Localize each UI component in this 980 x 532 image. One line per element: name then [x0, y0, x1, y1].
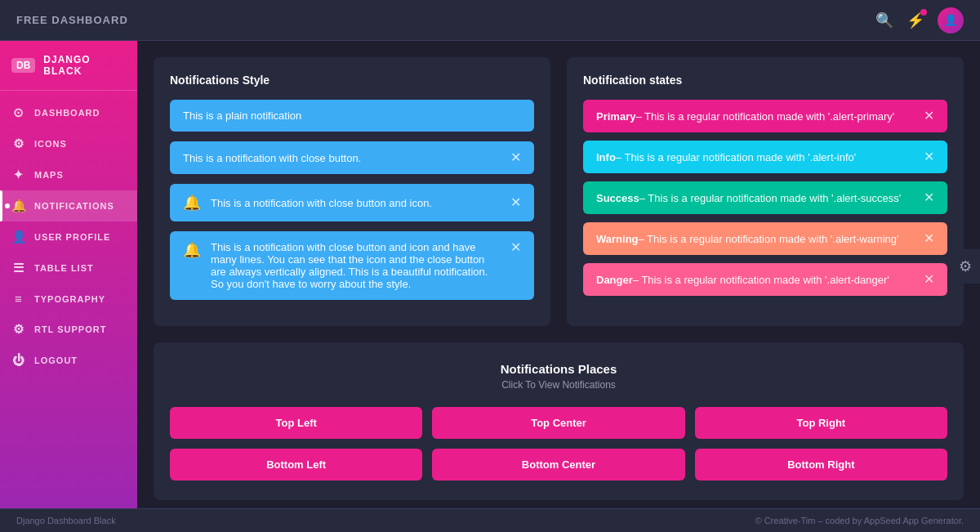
typography-icon: ≡	[11, 292, 26, 306]
notif-multiline-text: This is a notification with close button…	[211, 241, 501, 290]
notification-dot	[920, 9, 927, 16]
notif-success-text: – This is a regular notification made wi…	[639, 192, 901, 204]
notif-warning-text: – This is a regular notification made wi…	[639, 233, 899, 245]
sidebar-item-table-list[interactable]: ☰ TABLE LIST	[0, 253, 137, 284]
footer-right: © Creative-Tim – coded by AppSeed App Ge…	[755, 516, 964, 525]
close-button[interactable]: ✕	[510, 196, 521, 209]
close-danger-button[interactable]: ✕	[924, 273, 934, 286]
sidebar-item-label: TABLE LIST	[34, 263, 94, 273]
top-left-button[interactable]: Top Left	[170, 407, 422, 439]
dashboard-icon: ⊙	[11, 105, 26, 120]
places-subtitle: Click To View Notifications	[170, 379, 947, 391]
notif-info-content: Info– This is a regular notification mad…	[596, 151, 856, 163]
avatar[interactable]: 👤	[938, 7, 964, 34]
footer: Django Dashboard Black © Creative-Tim – …	[0, 508, 980, 532]
notifications-places-card: Notifications Places Click To View Notif…	[154, 342, 964, 500]
topnav-actions: 🔍 ⚡ 👤	[875, 7, 964, 34]
maps-icon: ✦	[11, 168, 26, 182]
notif-warning-label: Warning	[596, 233, 639, 245]
notif-info-label: Info	[596, 151, 616, 163]
notif-danger-text: – This is a regular notification made wi…	[633, 274, 889, 286]
notif-success-label: Success	[596, 192, 639, 204]
icons-icon: ⚙	[11, 136, 26, 151]
sidebar-nav: ⊙ DASHBOARD ⚙ ICONS ✦ MAPS 🔔 NOTIFICATIO…	[0, 91, 137, 508]
notif-danger-content: Danger– This is a regular notification m…	[596, 274, 889, 286]
notifications-style-title: Notifications Style	[170, 74, 534, 87]
rtl-icon: ⚙	[11, 322, 26, 337]
sidebar-item-maps[interactable]: ✦ MAPS	[0, 159, 137, 190]
sidebar-item-rtl-support[interactable]: ⚙ RTL SUPPORT	[0, 314, 137, 345]
close-button[interactable]: ✕	[510, 241, 521, 254]
pulse-icon[interactable]: ⚡	[906, 11, 924, 29]
bell-icon: 🔔	[183, 241, 201, 259]
footer-left: Django Dashboard Black	[16, 516, 116, 525]
notif-with-close-text: This is a notification with close button…	[183, 152, 361, 164]
brand-name: DJANGO BLACK	[43, 54, 126, 77]
table-icon: ☰	[11, 261, 26, 275]
notifications-icon: 🔔	[11, 199, 26, 213]
active-indicator	[5, 203, 10, 208]
sidebar-item-dashboard[interactable]: ⊙ DASHBOARD	[0, 97, 137, 128]
close-button[interactable]: ✕	[510, 151, 521, 164]
notif-primary: Primary– This is a regular notification …	[583, 100, 947, 132]
sidebar-item-typography[interactable]: ≡ TYPOGRAPHY	[0, 284, 137, 314]
settings-fab[interactable]: ⚙	[951, 249, 980, 284]
sidebar-item-user-profile[interactable]: 👤 USER PROFILE	[0, 221, 137, 253]
close-info-button[interactable]: ✕	[924, 150, 934, 163]
search-icon[interactable]: 🔍	[875, 11, 893, 29]
layout: DB DJANGO BLACK ⊙ DASHBOARD ⚙ ICONS ✦ MA…	[0, 41, 980, 508]
notif-primary-label: Primary	[596, 110, 635, 123]
user-icon: 👤	[11, 230, 26, 244]
notif-success-content: Success– This is a regular notification …	[596, 192, 901, 204]
avatar-text: 👤	[944, 14, 957, 26]
sidebar-item-icons[interactable]: ⚙ ICONS	[0, 128, 137, 159]
notif-info-text: – This is a regular notification made wi…	[616, 151, 856, 163]
notif-danger-label: Danger	[596, 274, 633, 286]
content-grid: Notifications Style This is a plain noti…	[154, 57, 964, 326]
close-warning-button[interactable]: ✕	[924, 232, 934, 245]
sidebar-item-label: LOGOUT	[34, 355, 78, 365]
notif-with-close: This is a notification with close button…	[170, 141, 534, 174]
top-right-button[interactable]: Top Right	[695, 407, 947, 439]
notif-plain-text: This is a plain notification	[183, 110, 301, 122]
sidebar-item-logout[interactable]: ⏻ LOGOUT	[0, 345, 137, 375]
notifications-style-card: Notifications Style This is a plain noti…	[154, 57, 550, 326]
notif-with-icon: 🔔 This is a notification with close butt…	[170, 184, 534, 221]
notif-primary-content: Primary– This is a regular notification …	[596, 110, 894, 123]
close-primary-button[interactable]: ✕	[924, 110, 934, 123]
bell-icon: 🔔	[183, 194, 201, 212]
main-content: Notifications Style This is a plain noti…	[137, 41, 980, 508]
notif-danger: Danger– This is a regular notification m…	[583, 263, 947, 296]
notif-icon-text: This is a notification with close button…	[211, 197, 501, 209]
sidebar-brand: DB DJANGO BLACK	[0, 41, 137, 91]
notification-states-card: Notification states Primary– This is a r…	[567, 57, 964, 326]
app-title: FREE DASHBOARD	[16, 14, 128, 26]
sidebar-item-notifications[interactable]: 🔔 NOTIFICATIONS	[0, 190, 137, 221]
notif-warning-content: Warning– This is a regular notification …	[596, 233, 899, 245]
notif-warning: Warning– This is a regular notification …	[583, 222, 947, 255]
topnav: FREE DASHBOARD 🔍 ⚡ 👤	[0, 0, 980, 41]
places-buttons-grid: Top Left Top Center Top Right Bottom Lef…	[170, 407, 947, 481]
bottom-center-button[interactable]: Bottom Center	[432, 449, 684, 481]
sidebar-item-label: DASHBOARD	[34, 108, 100, 118]
sidebar-item-label: ICONS	[34, 139, 67, 149]
places-title: Notifications Places	[170, 362, 947, 376]
notif-success: Success– This is a regular notification …	[583, 181, 947, 214]
sidebar-item-label: TYPOGRAPHY	[34, 294, 105, 304]
notif-plain: This is a plain notification	[170, 100, 534, 132]
notif-multiline: 🔔 This is a notification with close butt…	[170, 231, 534, 300]
bottom-right-button[interactable]: Bottom Right	[695, 449, 947, 481]
logout-icon: ⏻	[11, 353, 26, 367]
sidebar-item-label: USER PROFILE	[34, 232, 110, 242]
sidebar: DB DJANGO BLACK ⊙ DASHBOARD ⚙ ICONS ✦ MA…	[0, 41, 137, 508]
sidebar-item-label: MAPS	[34, 170, 64, 180]
close-success-button[interactable]: ✕	[924, 191, 934, 204]
sidebar-item-label: NOTIFICATIONS	[34, 201, 114, 211]
sidebar-item-label: RTL SUPPORT	[34, 324, 106, 334]
top-center-button[interactable]: Top Center	[432, 407, 684, 439]
notif-info: Info– This is a regular notification mad…	[583, 141, 947, 173]
bottom-left-button[interactable]: Bottom Left	[170, 449, 422, 481]
notification-states-title: Notification states	[583, 74, 947, 87]
brand-badge: DB	[11, 58, 35, 73]
notif-primary-text: – This is a regular notification made wi…	[635, 110, 894, 123]
